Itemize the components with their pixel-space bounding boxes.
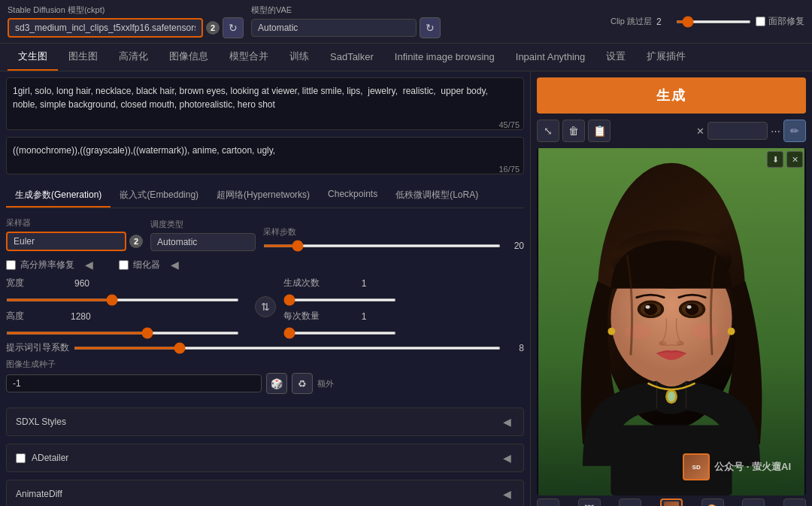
image-download-button[interactable]: ⬇ (767, 151, 783, 168)
accordion-animatediff-header[interactable]: AnimateDiff ◀ (7, 480, 523, 506)
svg-point-7 (644, 303, 658, 315)
schedule-label: 调度类型 (150, 219, 256, 230)
schedule-select[interactable]: Automatic (150, 233, 256, 251)
vae-refresh-button[interactable]: ↻ (420, 17, 441, 38)
bottom-tools: 📷 🖼 ➖ 🎨 ↖ ✦ (531, 495, 812, 506)
model-refresh-button[interactable]: ↻ (223, 17, 244, 38)
accordion-adetailer-header[interactable]: ADetailer ◀ (7, 444, 523, 471)
sampler-badge: 2 (129, 235, 143, 248)
accordion-animatediff: AnimateDiff ◀ (6, 480, 524, 506)
tab-sadtalker[interactable]: SadTalker (320, 45, 384, 70)
clip-section: Clip 跳过层 2 面部修复 (611, 15, 804, 28)
tab-train[interactable]: 训练 (279, 44, 320, 71)
steps-row: 20 (263, 241, 524, 251)
svg-point-21 (728, 328, 735, 335)
batch-count-label: 生成次数 (283, 277, 344, 289)
positive-token-count: 45/75 (498, 120, 520, 129)
accordion-adetailer-title: ADetailer (16, 453, 68, 463)
hires-triangle-button[interactable]: ◀ (82, 257, 96, 272)
batch-count-slider[interactable] (283, 298, 396, 301)
batch-size-slider[interactable] (283, 332, 396, 335)
refiner-triangle-button[interactable]: ◀ (168, 257, 182, 272)
negative-prompt-area: ((monochrome)),((grayscale)),((watermark… (6, 137, 524, 177)
tab-txt2img[interactable]: 文生图 (8, 44, 58, 71)
face-restore-checkbox[interactable] (756, 17, 765, 26)
hires-checkbox-label: 高分辨率修复 (6, 259, 74, 271)
image-close-button[interactable]: ✕ (786, 151, 803, 168)
copy-button[interactable]: 📋 (588, 120, 611, 142)
tab-hires[interactable]: 高清化 (108, 44, 159, 71)
batch-size-label: 每次数量 (283, 310, 344, 323)
svg-rect-17 (611, 426, 732, 495)
steps-group: 采样步数 20 (263, 226, 524, 251)
seed-row: 🎲 ♻ 额外 (6, 373, 524, 394)
trash-button[interactable]: 🗑 (562, 120, 585, 142)
svg-point-11 (686, 303, 699, 315)
svg-point-16 (692, 324, 718, 339)
tab-merge[interactable]: 模型合并 (219, 44, 279, 71)
edit-button[interactable]: ✏ (783, 120, 806, 142)
sampler-select[interactable]: Euler (6, 232, 126, 251)
tab-extensions[interactable]: 扩展插件 (636, 44, 696, 71)
image-corner-buttons: ⬇ ✕ (767, 151, 803, 168)
gen-tab-embedding[interactable]: 嵌入式(Embedding) (111, 184, 208, 208)
tool-btn-2[interactable]: 🖼 (578, 498, 601, 506)
brush-select[interactable] (707, 122, 768, 140)
right-panel: 生成 ⤡ 🗑 📋 ✕ ⋯ ✏ (530, 71, 812, 506)
model-label: Stable Diffusion 模型(ckpt) (8, 5, 244, 16)
gen-tab-hypernetworks[interactable]: 超网络(Hypernetworks) (208, 184, 319, 208)
gen-tab-checkpoints[interactable]: Checkpoints (319, 184, 386, 208)
positive-prompt-input[interactable]: 1girl, solo, long hair, necklace, black … (6, 77, 524, 130)
tool-btn-6[interactable]: ✦ (783, 498, 806, 506)
tab-infinite[interactable]: Infinite image browsing (384, 45, 505, 70)
svg-point-20 (607, 328, 615, 335)
tool-btn-4[interactable]: 🎨 (701, 498, 724, 506)
brush-clear-button[interactable]: ✕ (696, 126, 704, 137)
hires-checkbox[interactable] (6, 260, 16, 270)
generate-button[interactable]: 生成 (537, 77, 806, 114)
negative-prompt-input[interactable]: ((monochrome)),((grayscale)),((watermark… (6, 137, 524, 174)
accordion-sdxl-header[interactable]: SDXL Styles ◀ (7, 408, 523, 435)
tab-inpaint[interactable]: Inpaint Anything (505, 45, 596, 70)
width-slider[interactable] (6, 298, 239, 301)
clip-slider[interactable] (676, 20, 751, 23)
tool-btn-5[interactable]: ↖ (742, 498, 765, 506)
cfg-slider[interactable] (74, 347, 501, 350)
tab-imginfo[interactable]: 图像信息 (159, 44, 219, 71)
sampler-group: 采样器 Euler 2 (6, 217, 143, 251)
cfg-label: 提示词引导系数 (6, 341, 69, 354)
seed-dice-button[interactable]: 🎲 (266, 373, 287, 394)
brush-extra-button[interactable]: ⋯ (771, 126, 780, 137)
steps-slider[interactable] (263, 244, 501, 247)
vae-select[interactable]: Automatic (251, 19, 417, 37)
accordion-sdxl-toggle[interactable]: ◀ (500, 414, 514, 429)
svg-point-14 (677, 341, 684, 346)
clip-value: 2 (656, 17, 671, 27)
vae-label: 模型的VAE (251, 5, 603, 16)
seed-input[interactable] (6, 374, 262, 392)
tool-btn-3[interactable]: ➖ (619, 498, 641, 506)
adetailer-checkbox[interactable] (16, 453, 26, 463)
tool-btn-thumbnail[interactable] (660, 498, 683, 506)
hires-row: 高分辨率修复 ◀ 细化器 ◀ (6, 257, 524, 272)
swap-dimensions-button[interactable]: ⇅ (255, 296, 276, 317)
tool-btn-1[interactable]: 📷 (537, 498, 559, 506)
model-select[interactable]: sd3_medium_incl_clips_t5xxlfp16.safetens… (8, 18, 203, 38)
tab-settings[interactable]: 设置 (595, 44, 636, 71)
gen-tab-generation[interactable]: 生成参数(Generation) (6, 184, 111, 208)
gen-tab-lora[interactable]: 低秩微调模型(LoRA) (386, 184, 487, 208)
accordion-adetailer-toggle[interactable]: ◀ (500, 450, 514, 465)
accordion-animatediff-toggle[interactable]: ◀ (500, 486, 514, 501)
fullscreen-button[interactable]: ⤡ (537, 120, 559, 142)
seed-recycle-button[interactable]: ♻ (292, 373, 313, 394)
svg-point-15 (625, 324, 651, 339)
refiner-checkbox[interactable] (119, 260, 129, 270)
action-row: ⤡ 🗑 📋 ✕ ⋯ ✏ (531, 120, 812, 148)
tab-img2img[interactable]: 图生图 (58, 44, 108, 71)
sampler-label: 采样器 (6, 217, 143, 229)
height-slider[interactable] (6, 332, 239, 335)
svg-point-13 (659, 341, 666, 346)
hires-label: 高分辨率修复 (20, 259, 74, 271)
model-section: Stable Diffusion 模型(ckpt) sd3_medium_inc… (8, 5, 244, 38)
steps-value: 20 (505, 241, 524, 251)
